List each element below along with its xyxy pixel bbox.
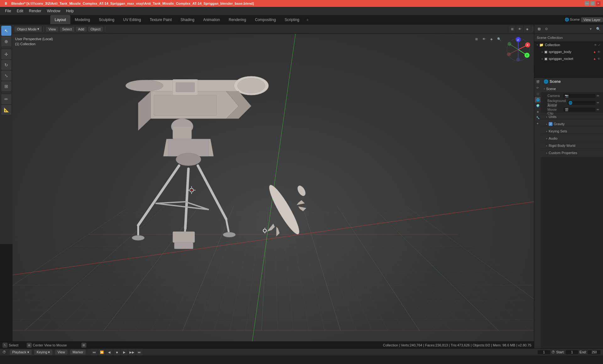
view-tool-4[interactable]: 🔍 — [496, 35, 503, 42]
tool-select[interactable]: ↖ — [1, 26, 11, 36]
add-menu[interactable]: Add — [76, 27, 87, 32]
search-icon[interactable]: 🔍 — [595, 26, 602, 33]
3d-cursor[interactable] — [263, 229, 267, 233]
outliner-item-collection[interactable]: ▾ 📁 Collection 👁 ✓ — [534, 41, 603, 48]
menu-edit[interactable]: Edit — [14, 8, 26, 14]
outliner-item-spriggan-rocket[interactable]: ▸ ▣ spriggan_rocket 🔺 👁 — [534, 55, 603, 62]
navigation-gizmo[interactable]: X Y Z — [506, 37, 531, 62]
active-movie-clip-value[interactable]: 🎬 — [563, 108, 595, 112]
tab-animation[interactable]: Animation — [199, 15, 224, 24]
tool-transform[interactable]: ⊞ — [1, 81, 11, 91]
svg-rect-12 — [173, 126, 192, 139]
blender-logo[interactable]: B — [3, 0, 9, 7]
output-props-icon[interactable]: ⟳ — [535, 85, 541, 91]
tab-sculpting[interactable]: Sculpting — [95, 15, 119, 24]
viewport-icon-1[interactable]: ⊞ — [509, 26, 516, 33]
props-title: Scene — [550, 79, 561, 84]
tab-compositing[interactable]: Compositing — [251, 15, 280, 24]
tab-uv-editing[interactable]: UV Editing — [119, 15, 145, 24]
playback-menu[interactable]: Playback ▾ — [10, 350, 32, 355]
end-frame[interactable]: 250 — [588, 350, 600, 354]
custom-properties-header[interactable]: ▸ Custom Properties — [541, 149, 603, 156]
viewport-icon-2[interactable]: 👁 — [516, 26, 523, 33]
camera-select[interactable]: ✏ — [597, 94, 599, 98]
current-frame[interactable]: 1 — [538, 350, 550, 354]
viewport-icon-3[interactable]: ◈ — [524, 26, 531, 33]
view-props-icon[interactable]: ◻ — [535, 91, 541, 97]
play-prev-frame[interactable]: ◀ — [106, 349, 113, 356]
play-next-frame[interactable]: ▶▶ — [128, 349, 135, 356]
minimize-button[interactable]: — — [585, 1, 589, 6]
view-tool-2[interactable]: 👁 — [481, 35, 487, 42]
world-props-icon[interactable]: 🌍 — [535, 103, 541, 109]
bg-scene-select[interactable]: ✏ — [597, 101, 599, 104]
outliner-item-spriggan-body[interactable]: ▸ ▣ spriggan_body 🔺 👁 — [534, 48, 603, 55]
gravity-checkbox[interactable]: ✓ — [549, 122, 552, 126]
keying-menu[interactable]: Keying ▾ — [34, 350, 53, 355]
marker-menu[interactable]: Marker — [70, 350, 86, 355]
mode-selector[interactable]: Object Mode ▾ — [14, 26, 42, 32]
select-menu[interactable]: Select — [60, 27, 74, 32]
camera-row: Camera 📷 ✏ — [541, 92, 603, 99]
props-header: 🌐 Scene — [541, 78, 603, 85]
scene-icon: 🌐 — [544, 79, 548, 84]
properties-icon[interactable]: ⚙ — [543, 26, 550, 33]
maximize-button[interactable]: □ — [590, 1, 595, 6]
scene-props-icon[interactable]: 🌐 — [535, 97, 541, 103]
rocket-vis[interactable]: 🔺 👁 — [593, 57, 600, 61]
tool-scale[interactable]: ⤡ — [1, 71, 11, 81]
background-scene-value[interactable]: 🌐 — [567, 101, 595, 105]
start-frame[interactable]: 1 — [566, 350, 578, 354]
view-tool-1[interactable]: ⊞ — [473, 35, 480, 42]
tab-modeling[interactable]: Modeling — [70, 15, 95, 24]
gravity-header[interactable]: ▸ ✓ Gravity — [541, 120, 603, 127]
rigid-body-world-header[interactable]: ▸ Rigid Body World — [541, 142, 603, 149]
play-button[interactable]: ▶ — [121, 349, 128, 356]
view-menu-timeline[interactable]: View — [55, 350, 68, 355]
audio-header[interactable]: ▸ Audio — [541, 135, 603, 142]
menu-render[interactable]: Render — [26, 8, 44, 14]
object-props-icon[interactable]: ◈ — [535, 109, 541, 115]
scene-section-header[interactable]: ▾ Scene — [541, 85, 603, 92]
menu-help[interactable]: Help — [63, 8, 76, 14]
filter-icon[interactable]: ▾ — [587, 26, 594, 33]
render-props-icon[interactable]: 🎬 — [535, 79, 541, 85]
tab-add-button[interactable]: + — [304, 16, 311, 24]
menu-window[interactable]: Window — [44, 8, 63, 14]
play-first-frame[interactable]: ⏮ — [91, 349, 98, 356]
stop-button[interactable]: ■ — [113, 349, 120, 356]
tab-shading[interactable]: Shading — [176, 15, 199, 24]
view-tool-3[interactable]: ◈ — [488, 35, 495, 42]
tab-scripting[interactable]: Scripting — [280, 15, 304, 24]
tool-measure[interactable]: 📐 — [1, 105, 11, 115]
collection-vis[interactable]: 👁 ✓ — [594, 43, 600, 47]
body-vis[interactable]: 🔺 👁 — [593, 50, 600, 54]
keying-sets-header[interactable]: ▸ Keying Sets — [541, 128, 603, 135]
close-button[interactable]: ✕ — [596, 1, 600, 6]
tool-annotate[interactable]: ✏ — [1, 94, 11, 104]
view-menu[interactable]: View — [46, 27, 58, 32]
object-menu[interactable]: Object — [88, 27, 103, 32]
modifier-props-icon[interactable]: 🔧 — [535, 115, 541, 120]
tab-layout[interactable]: Layout — [50, 15, 70, 24]
play-prev-keyframe[interactable]: ⏪ — [98, 349, 105, 356]
viewport[interactable]: User Perspective (Local) (1) Collection … — [13, 34, 534, 348]
tab-rendering[interactable]: Rendering — [224, 15, 250, 24]
outliner-icon[interactable]: ⊟ — [535, 26, 542, 33]
svg-marker-32 — [267, 224, 275, 232]
camera-value[interactable]: 📷 — [563, 94, 595, 98]
movie-clip-select[interactable]: ✏ — [597, 108, 599, 111]
camera-label: Camera — [547, 94, 562, 98]
menu-file[interactable]: File — [3, 8, 14, 14]
tab-texture-paint[interactable]: Texture Paint — [145, 15, 176, 24]
keying-sets-label: Keying Sets — [549, 129, 567, 133]
tool-move[interactable]: ✛ — [1, 49, 11, 59]
tool-cursor[interactable]: ⊕ — [1, 36, 11, 46]
particles-props-icon[interactable]: ✦ — [535, 121, 541, 126]
rocket-chevron: ▸ — [542, 57, 543, 60]
play-last-frame[interactable]: ⏭ — [136, 349, 143, 356]
collection-name: Collection — [545, 43, 560, 47]
tool-rotate[interactable]: ↻ — [1, 60, 11, 70]
view-layer-badge[interactable]: View Layer — [581, 17, 603, 22]
scene-collection-label: Scene Collection — [537, 36, 563, 40]
